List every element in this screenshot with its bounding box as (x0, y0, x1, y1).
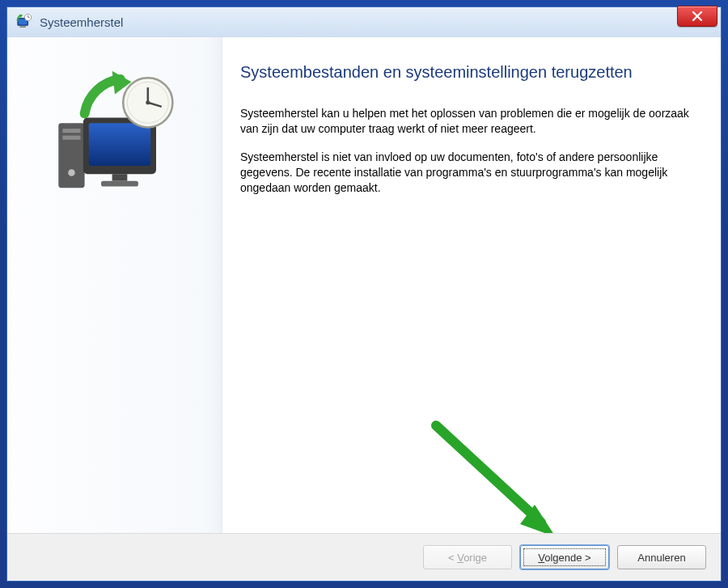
close-icon (692, 11, 703, 21)
close-button[interactable] (677, 6, 717, 27)
wizard-paragraph-2: Systeemherstel is niet van invloed op uw… (240, 150, 692, 196)
back-button-rest: orige (463, 552, 487, 564)
back-button: < Vorige (423, 545, 512, 569)
svg-point-19 (146, 100, 150, 104)
back-button-mnemonic: V (457, 552, 463, 564)
svg-rect-9 (62, 136, 80, 140)
svg-point-10 (68, 169, 75, 176)
svg-rect-13 (112, 174, 127, 181)
wizard-illustration-pane (7, 37, 222, 533)
cancel-button-label: Annuleren (637, 552, 685, 564)
dialog-window: Systeemherstel (6, 6, 722, 582)
window-title: Systeemherstel (40, 15, 123, 29)
system-restore-icon (15, 13, 33, 31)
system-restore-illustration-icon (46, 70, 184, 207)
cancel-button[interactable]: Annuleren (617, 545, 706, 569)
wizard-heading: Systeembestanden en systeeminstellingen … (240, 61, 677, 83)
next-button[interactable]: Volgende > (520, 545, 609, 569)
wizard-paragraph-1: Systeemherstel kan u helpen met het oplo… (240, 106, 692, 137)
titlebar: Systeemherstel (7, 7, 721, 37)
wizard-body: Systeembestanden en systeeminstellingen … (7, 37, 721, 533)
back-button-prefix: < (448, 552, 457, 564)
svg-rect-14 (101, 181, 138, 187)
wizard-footer: < Vorige Volgende > Annuleren (7, 533, 721, 581)
wizard-content-pane: Systeembestanden en systeeminstellingen … (222, 37, 721, 533)
next-button-rest: olgende > (544, 552, 590, 564)
svg-rect-8 (62, 129, 80, 133)
window-frame: Systeemherstel (0, 0, 728, 588)
svg-rect-12 (88, 123, 150, 166)
svg-rect-7 (58, 123, 84, 188)
svg-rect-2 (20, 27, 26, 27)
